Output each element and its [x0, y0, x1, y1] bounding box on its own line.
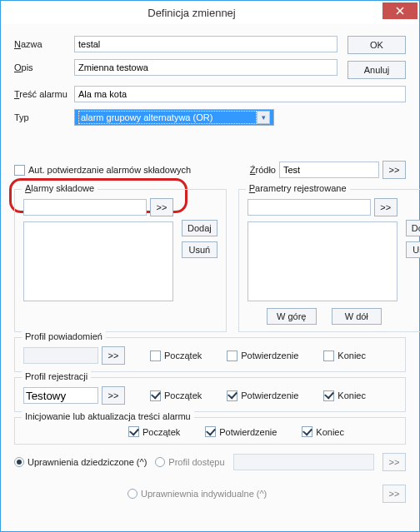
init-confirm-checkbox[interactable]: Potwierdzenie: [205, 426, 277, 437]
component-alarm-add-button[interactable]: Dodaj: [182, 220, 218, 236]
source-browse-button[interactable]: >>: [382, 161, 406, 179]
alarm-text-label: Treść alarmu: [14, 89, 74, 99]
notif-start-checkbox[interactable]: Początek: [150, 351, 202, 361]
individual-perms-browse-button[interactable]: >>: [382, 485, 406, 503]
notification-profile-browse-button[interactable]: >>: [102, 346, 125, 365]
cancel-button[interactable]: Anuluj: [348, 61, 406, 79]
type-select-value: alarm grupowy alternatywa (OR): [78, 111, 257, 124]
close-button[interactable]: [382, 2, 418, 19]
component-alarm-remove-button[interactable]: Usuń: [182, 241, 218, 258]
notification-profile-field[interactable]: [23, 347, 98, 364]
init-alarm-text-group: Inicjowanie lub aktualizacja treści alar…: [14, 417, 406, 445]
desc-label: Opis: [14, 62, 74, 72]
notification-profile-legend: Profil powiadomień: [22, 331, 106, 341]
type-select[interactable]: alarm grupowy alternatywa (OR) ▾: [74, 109, 274, 126]
param-browse-button[interactable]: >>: [374, 198, 398, 216]
titlebar: Definicja zmiennej: [1, 1, 419, 25]
notif-end-checkbox[interactable]: Koniec: [323, 351, 366, 361]
params-list[interactable]: [248, 221, 398, 301]
notif-confirm-checkbox[interactable]: Potwierdzenie: [227, 351, 298, 361]
init-alarm-text-legend: Inicjowanie lub aktualizacja treści alar…: [22, 411, 194, 421]
init-start-checkbox[interactable]: Początek: [128, 426, 180, 437]
param-remove-button[interactable]: Usuń: [406, 241, 420, 258]
param-down-button[interactable]: W dół: [332, 308, 382, 325]
component-alarm-browse-button[interactable]: >>: [150, 198, 173, 216]
param-up-button[interactable]: W górę: [267, 308, 317, 325]
component-alarm-input[interactable]: [23, 199, 147, 216]
init-end-checkbox[interactable]: Koniec: [302, 426, 344, 437]
auto-ack-label: Aut. potwierdzanie alarmów składowych: [28, 165, 191, 175]
access-profile-browse-button[interactable]: >>: [382, 453, 406, 471]
reg-end-checkbox[interactable]: Koniec: [323, 390, 366, 401]
reg-confirm-checkbox[interactable]: Potwierdzenie: [227, 390, 298, 401]
window-title: Definicja zmiennej: [1, 7, 382, 19]
component-alarms-group: Alarmy składowe >> Dodaj Usuń: [14, 189, 227, 332]
param-input[interactable]: [248, 199, 371, 216]
registered-params-legend: Parametry rejestrowane: [246, 183, 350, 193]
ok-button[interactable]: OK: [348, 36, 406, 54]
alarm-text-input[interactable]: [74, 86, 406, 102]
registration-profile-group: Profil rejestracji >> Początek Potwierdz…: [14, 377, 406, 412]
registered-params-group: Parametry rejestrowane >> W górę W dół: [238, 189, 420, 332]
registration-profile-browse-button[interactable]: >>: [102, 386, 125, 405]
perm-inherited-radio[interactable]: Uprawnienia dziedziczone (^): [14, 457, 147, 467]
component-alarms-list[interactable]: [23, 221, 173, 301]
auto-ack-checkbox[interactable]: Aut. potwierdzanie alarmów składowych: [14, 165, 191, 176]
chevron-down-icon: ▾: [257, 111, 270, 124]
desc-input[interactable]: [74, 59, 338, 76]
perm-individual-radio[interactable]: Uprawniewnia indywidualne (^): [128, 489, 267, 499]
source-label: Źródło: [250, 165, 276, 175]
component-alarms-legend: Alarmy składowe: [22, 183, 98, 193]
registration-profile-legend: Profil rejestracji: [22, 371, 91, 381]
reg-start-checkbox[interactable]: Początek: [150, 390, 202, 401]
name-label: Nazwa: [14, 39, 74, 49]
name-input[interactable]: [74, 36, 338, 52]
close-icon: [396, 7, 404, 15]
registration-profile-field[interactable]: [23, 387, 98, 404]
type-label: Typ: [14, 112, 74, 122]
source-input[interactable]: [279, 162, 379, 178]
param-add-button[interactable]: Dodaj: [406, 220, 420, 236]
notification-profile-group: Profil powiadomień >> Początek Potwierdz…: [14, 337, 406, 372]
access-profile-field: [233, 454, 374, 470]
checkbox-box: [14, 165, 25, 176]
variable-definition-dialog: Definicja zmiennej Nazwa Opis OK Anuluj: [0, 0, 420, 532]
perm-profile-radio[interactable]: Profil dostępu: [155, 457, 224, 467]
